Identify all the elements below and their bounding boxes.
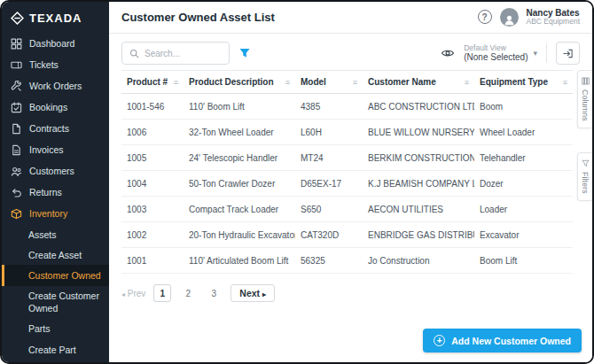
sidebar-item-customers[interactable]: Customers bbox=[2, 160, 109, 182]
column-header-product-number[interactable]: Product # ≡ bbox=[121, 71, 184, 94]
sidebar-item-label: Bookings bbox=[29, 102, 67, 112]
sidebar-item-label: Inventory bbox=[29, 208, 67, 219]
next-label: Next bbox=[239, 288, 260, 298]
column-label: Customer Name bbox=[368, 77, 436, 87]
sidebar-subitem-create-part[interactable]: Create Part bbox=[2, 339, 109, 360]
column-header-model[interactable]: Model ≡ bbox=[295, 71, 363, 94]
sidebar-subitem-parts[interactable]: Parts bbox=[2, 319, 109, 339]
column-label: Product # bbox=[127, 77, 168, 87]
page-button-2[interactable]: 2 bbox=[179, 284, 197, 302]
filters-drawer-tab[interactable]: Filters bbox=[577, 152, 592, 201]
page-button-1[interactable]: 1 bbox=[153, 284, 171, 302]
sidebar-subitem-label: Parts bbox=[28, 323, 51, 334]
wrench-icon bbox=[11, 81, 22, 92]
sidebar-subitem-requested-parts[interactable]: Requested Parts bbox=[2, 360, 109, 362]
default-view-select[interactable]: Default View (None Selected) ▾ bbox=[464, 43, 537, 63]
search-input[interactable] bbox=[145, 49, 215, 58]
next-arrow-icon: ▸ bbox=[262, 290, 266, 298]
app-window: TEXADA Dashboard Tickets Work Orders bbox=[0, 0, 594, 364]
cell-product-description: 20-Ton Hydraulic Excavator bbox=[184, 222, 295, 248]
filter-funnel-icon[interactable] bbox=[238, 47, 251, 59]
sidebar-item-bookings[interactable]: Bookings bbox=[2, 97, 109, 118]
sidebar-subitem-label: Assets bbox=[28, 229, 57, 240]
sidebar-item-returns[interactable]: Returns bbox=[2, 182, 109, 203]
sidebar-subitem-create-customer-owned[interactable]: Create Customer Owned bbox=[2, 286, 109, 319]
table-row[interactable]: 1006 32-Ton Wheel Loader L60H BLUE WILLO… bbox=[121, 120, 573, 145]
help-icon[interactable]: ? bbox=[478, 10, 492, 24]
cell-equipment-type: Loader bbox=[474, 197, 573, 222]
next-page-button[interactable]: Next ▸ bbox=[231, 284, 275, 302]
sidebar-item-label: Invoices bbox=[29, 144, 64, 155]
sidebar-item-label: Customers bbox=[29, 166, 74, 176]
column-menu-icon[interactable]: ≡ bbox=[563, 78, 567, 87]
column-label: Product Description bbox=[189, 77, 274, 87]
avatar[interactable] bbox=[500, 8, 519, 27]
add-new-customer-owned-button[interactable]: + Add New Customer Owned bbox=[423, 329, 582, 352]
cell-customer-name: AECON UTILITIES bbox=[363, 197, 474, 222]
sidebar-subitem-label: Create Part bbox=[28, 345, 76, 355]
cell-customer-name: Jo Construction bbox=[363, 248, 474, 274]
column-header-product-description[interactable]: Product Description ≡ bbox=[184, 71, 295, 94]
cell-equipment-type: Boom bbox=[474, 94, 573, 120]
table-row[interactable]: 1002 20-Ton Hydraulic Excavator CAT320D … bbox=[121, 222, 573, 248]
column-header-equipment-type[interactable]: Equipment Type ≡ bbox=[474, 71, 573, 94]
sidebar-subitem-customer-owned[interactable]: Customer Owned bbox=[2, 265, 109, 285]
main-content: Customer Owned Asset List ? Nancy Bates … bbox=[109, 2, 592, 362]
ticket-icon bbox=[11, 59, 22, 71]
sidebar-subitem-assets[interactable]: Assets bbox=[2, 224, 109, 244]
table-row[interactable]: 1004 50-Ton Crawler Dozer D65EX-17 K.J B… bbox=[121, 171, 573, 197]
cell-customer-name: BLUE WILLOW NURSERY I... bbox=[363, 120, 474, 145]
column-menu-icon[interactable]: ≡ bbox=[174, 78, 178, 87]
prev-arrow-icon: ◂ bbox=[121, 290, 125, 298]
cell-customer-name: BERKIM CONSTRUCTION I... bbox=[363, 145, 474, 171]
cell-model: 4385 bbox=[295, 94, 363, 120]
texada-logo-icon bbox=[11, 12, 24, 25]
table-row[interactable]: 1001 110' Articulated Boom Lift 56325 Jo… bbox=[121, 248, 573, 274]
user-avatar-icon bbox=[503, 13, 516, 27]
sidebar-item-tickets[interactable]: Tickets bbox=[2, 54, 109, 75]
column-menu-icon[interactable]: ≡ bbox=[353, 78, 357, 87]
table-row[interactable]: 1001-546 110' Boom Lift 4385 ABC CONSTRU… bbox=[121, 94, 573, 120]
cell-model: L60H bbox=[295, 120, 363, 145]
column-menu-icon[interactable]: ≡ bbox=[285, 78, 290, 87]
chevron-down-icon[interactable]: ▾ bbox=[533, 49, 537, 58]
sidebar-item-inventory[interactable]: Inventory bbox=[2, 203, 109, 224]
sidebar-item-dashboard[interactable]: Dashboard bbox=[2, 33, 109, 54]
column-header-customer-name[interactable]: Customer Name ≡ bbox=[363, 71, 474, 94]
prev-page-button[interactable]: ◂ Prev bbox=[121, 289, 145, 298]
header-right: ? Nancy Bates ABC Equipment bbox=[478, 8, 580, 27]
sidebar-item-work-orders[interactable]: Work Orders bbox=[2, 75, 109, 97]
prev-label: Prev bbox=[128, 289, 146, 298]
cell-product-description: 24' Telescopic Handler bbox=[184, 145, 295, 171]
cell-model: S650 bbox=[295, 197, 363, 222]
plus-glyph: + bbox=[437, 336, 442, 345]
invoice-document-icon bbox=[11, 144, 22, 156]
cell-model: CAT320D bbox=[295, 222, 363, 248]
toolbar-divider bbox=[546, 43, 547, 63]
cell-product-number: 1003 bbox=[121, 197, 184, 222]
filters-tab-label: Filters bbox=[581, 172, 590, 194]
search-icon bbox=[129, 49, 139, 58]
customers-people-icon bbox=[11, 166, 22, 177]
page-button-3[interactable]: 3 bbox=[205, 284, 223, 302]
columns-drawer-tab[interactable]: Columns bbox=[577, 70, 592, 128]
page-header: Customer Owned Asset List ? Nancy Bates … bbox=[109, 2, 592, 34]
sidebar-subitem-create-asset[interactable]: Create Asset bbox=[2, 244, 109, 265]
table-header-row: Product # ≡ Product Description ≡ Model … bbox=[121, 71, 573, 94]
calendar-check-icon bbox=[11, 102, 22, 113]
table-row[interactable]: 1003 Compact Track Loader S650 AECON UTI… bbox=[121, 197, 573, 222]
table-row[interactable]: 1005 24' Telescopic Handler MT24 BERKIM … bbox=[121, 145, 573, 171]
search-box[interactable] bbox=[121, 42, 230, 65]
view-eye-icon[interactable] bbox=[441, 47, 455, 59]
cell-product-number: 1002 bbox=[121, 222, 184, 248]
export-button[interactable] bbox=[556, 42, 580, 65]
cell-customer-name: K.J BEAMISH COMPANY LT... bbox=[363, 171, 474, 197]
column-menu-icon[interactable]: ≡ bbox=[465, 78, 469, 87]
sidebar-item-contracts[interactable]: Contracts bbox=[2, 118, 109, 139]
contract-document-icon bbox=[11, 123, 22, 135]
cell-model: 56325 bbox=[295, 248, 363, 274]
sidebar-item-label: Dashboard bbox=[29, 38, 74, 49]
sidebar-item-invoices[interactable]: Invoices bbox=[2, 139, 109, 160]
columns-icon bbox=[582, 77, 590, 85]
dashboard-icon bbox=[11, 38, 22, 50]
